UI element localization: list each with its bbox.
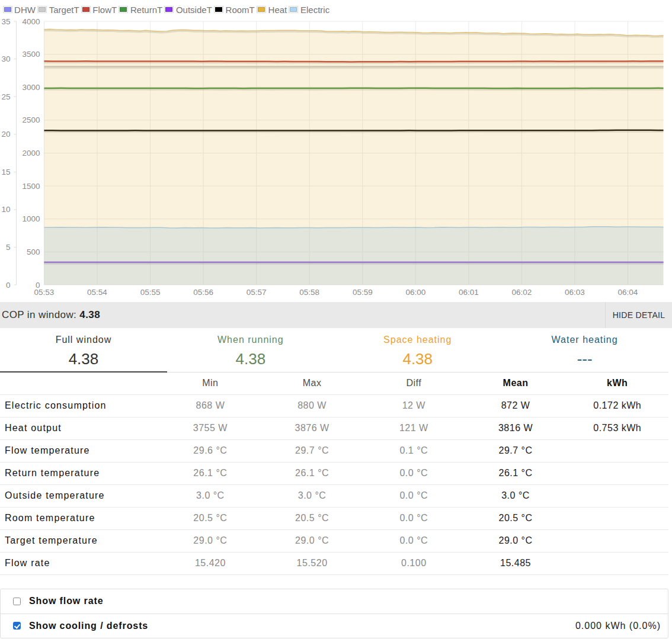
svg-text:2000: 2000 bbox=[22, 149, 40, 158]
svg-text:35: 35 bbox=[1, 17, 10, 26]
svg-text:20: 20 bbox=[1, 130, 10, 139]
svg-text:05:56: 05:56 bbox=[193, 288, 213, 297]
svg-text:05:58: 05:58 bbox=[299, 288, 319, 297]
svg-text:0: 0 bbox=[6, 281, 11, 290]
svg-text:500: 500 bbox=[27, 248, 40, 256]
svg-text:05:57: 05:57 bbox=[247, 288, 267, 297]
svg-text:1000: 1000 bbox=[22, 214, 40, 223]
svg-text:4000: 4000 bbox=[22, 17, 40, 26]
svg-text:05:54: 05:54 bbox=[87, 288, 107, 297]
svg-text:1500: 1500 bbox=[22, 182, 40, 191]
svg-text:30: 30 bbox=[1, 54, 10, 63]
svg-text:06:00: 06:00 bbox=[405, 288, 425, 297]
svg-text:2500: 2500 bbox=[22, 115, 40, 124]
svg-text:15: 15 bbox=[1, 168, 10, 176]
svg-text:25: 25 bbox=[1, 92, 10, 101]
svg-text:05:53: 05:53 bbox=[34, 288, 55, 297]
svg-text:05:55: 05:55 bbox=[140, 288, 161, 297]
svg-text:10: 10 bbox=[1, 205, 10, 214]
svg-text:06:04: 06:04 bbox=[618, 288, 638, 297]
svg-text:05:59: 05:59 bbox=[353, 288, 373, 297]
svg-text:3000: 3000 bbox=[22, 83, 40, 92]
svg-text:06:02: 06:02 bbox=[512, 288, 532, 297]
svg-text:06:01: 06:01 bbox=[459, 288, 479, 297]
svg-text:3500: 3500 bbox=[22, 50, 40, 59]
svg-text:5: 5 bbox=[6, 243, 11, 252]
svg-text:06:03: 06:03 bbox=[565, 288, 585, 297]
